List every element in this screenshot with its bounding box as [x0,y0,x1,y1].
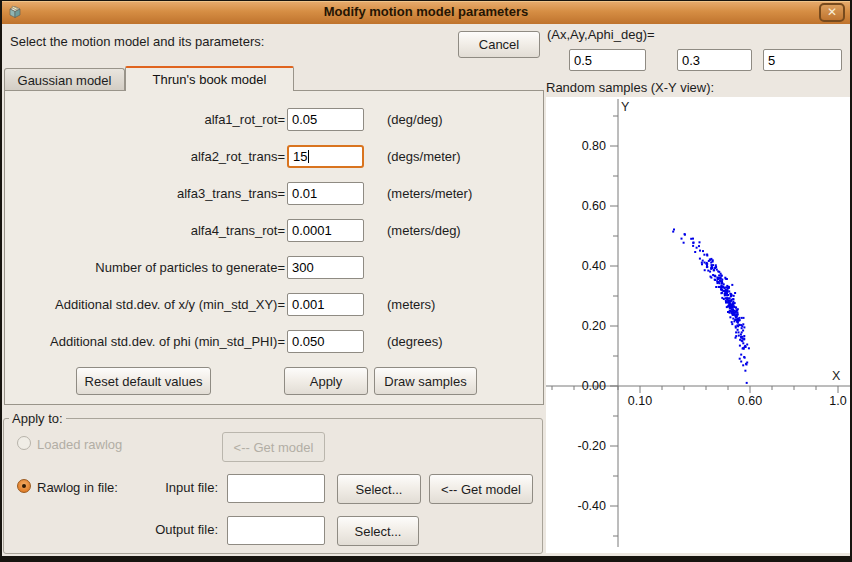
apply-button[interactable]: Apply [284,367,368,395]
x-tick-label: 1.0 [829,394,846,408]
y-tick-label: -0.20 [578,439,607,453]
alfa1-input[interactable]: 0.05 [287,108,364,131]
alfa4-unit: (meters/deg) [387,223,461,238]
ay-input[interactable]: 0.3 [677,49,752,71]
dialog-window: Modify motion model parameters ✕ Select … [0,0,852,562]
tab-gaussian-model[interactable]: Gaussian model [4,68,125,91]
window-title: Modify motion model parameters [2,4,850,19]
increments-label: (Ax,Ay,Aphi_deg)= [547,27,655,42]
min-std-phi-input[interactable]: 0.050 [287,330,364,353]
y-axis-letter: Y [621,100,630,114]
output-file-label: Output file: [120,522,218,537]
get-model-disabled-button: <-- Get model [222,432,325,462]
text-caret [308,150,309,163]
ay-value: 0.3 [682,53,700,68]
y-tick-label: -0.40 [578,499,607,513]
alfa1-unit: (deg/deg) [387,112,443,127]
alfa4-label: alfa4_trans_rot= [9,223,285,238]
samples-plot: 0.800.600.400.200.00-0.20-0.400.100.601.… [546,97,850,553]
alfa2-value: 15 [293,149,307,164]
reset-default-values-button[interactable]: Reset default values [76,367,211,395]
min-std-xy-input[interactable]: 0.001 [287,293,364,316]
y-tick-label: 0.40 [582,259,606,273]
rawlog-in-file-label: Rawlog in file: [37,480,118,495]
y-tick-label: 0.00 [582,379,606,393]
instruction-label: Select the motion model and its paramete… [10,34,264,49]
x-tick-label: 0.10 [628,394,652,408]
loaded-rawlog-label: Loaded rawlog [37,437,122,452]
get-model-button[interactable]: <-- Get model [429,474,533,504]
alfa3-unit: (meters/meter) [387,186,472,201]
radio-dot [22,484,26,488]
select-output-file-button[interactable]: Select... [337,516,419,546]
alfa1-value: 0.05 [292,112,317,127]
input-file-field[interactable] [227,474,325,503]
tab-thrun-book-model[interactable]: Thrun's book model [125,66,294,91]
min-std-phi-value: 0.050 [292,334,325,349]
y-tick-label: 0.80 [582,139,606,153]
dialog-frame: Modify motion model parameters ✕ Select … [2,1,850,556]
particles-value: 300 [292,260,314,275]
alfa4-input[interactable]: 0.0001 [287,219,364,242]
apply-to-group: Apply to: Loaded rawlog <-- Get model Ra… [3,418,543,554]
alfa2-unit: (degs/meter) [387,149,461,164]
y-tick-label: 0.60 [582,199,606,213]
title-bar[interactable]: Modify motion model parameters ✕ [2,1,850,24]
ax-input[interactable]: 0.5 [569,49,646,71]
loaded-rawlog-radio [17,436,31,450]
particles-label: Number of particles to generate= [9,260,285,275]
rawlog-in-file-radio[interactable] [17,479,31,493]
x-axis-letter: X [832,369,841,383]
draw-samples-button[interactable]: Draw samples [374,367,477,395]
select-input-file-button[interactable]: Select... [337,474,421,504]
scatter-plot-svg: 0.800.600.400.200.00-0.20-0.400.100.601.… [546,97,850,553]
alfa2-input[interactable]: 15 [287,145,364,168]
min-std-phi-unit: (degrees) [387,334,443,349]
aphi-value: 5 [768,53,775,68]
close-button[interactable]: ✕ [819,3,845,22]
apply-to-legend: Apply to: [9,411,66,426]
scatter-points [672,229,750,384]
alfa3-label: alfa3_trans_trans= [9,186,285,201]
plot-title: Random samples (X-Y view): [546,80,714,95]
input-file-label: Input file: [120,480,218,495]
output-file-field[interactable] [227,516,325,545]
thrun-parameters-panel: alfa1_rot_rot= 0.05 (deg/deg) alfa2_rot_… [4,90,544,405]
cancel-button[interactable]: Cancel [458,31,540,58]
alfa2-label: alfa2_rot_trans= [9,149,285,164]
min-std-phi-label: Additional std.dev. of phi (min_std_PHI)… [9,334,285,349]
alfa3-value: 0.01 [292,186,317,201]
alfa4-value: 0.0001 [292,223,332,238]
min-std-xy-unit: (meters) [387,297,435,312]
y-tick-label: 0.20 [582,319,606,333]
aphi-input[interactable]: 5 [763,49,842,71]
alfa3-input[interactable]: 0.01 [287,182,364,205]
ax-value: 0.5 [574,53,592,68]
particles-input[interactable]: 300 [287,256,364,279]
x-tick-label: 0.60 [738,394,762,408]
min-std-xy-value: 0.001 [292,297,325,312]
min-std-xy-label: Additional std.dev. of x/y (min_std_XY)= [9,297,285,312]
alfa1-label: alfa1_rot_rot= [9,112,285,127]
